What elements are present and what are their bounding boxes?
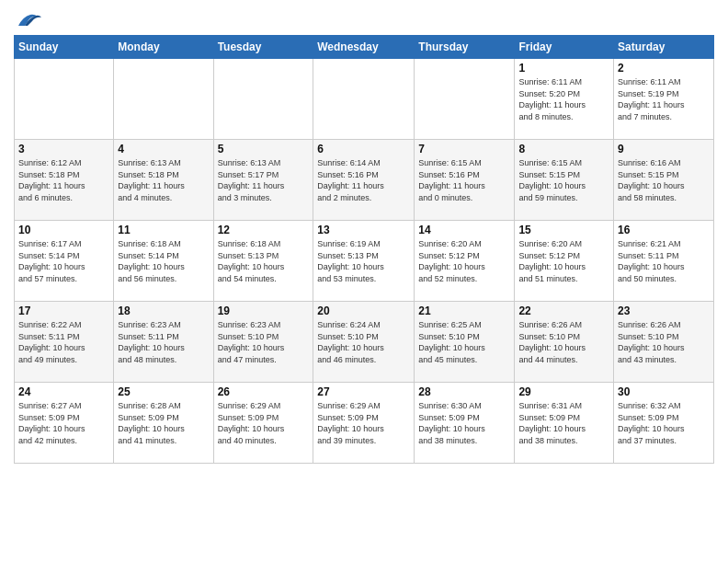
calendar-cell: 25Sunrise: 6:28 AM Sunset: 5:09 PM Dayli…	[114, 383, 213, 464]
calendar-week-row: 10Sunrise: 6:17 AM Sunset: 5:14 PM Dayli…	[15, 221, 714, 302]
calendar-cell: 5Sunrise: 6:13 AM Sunset: 5:17 PM Daylig…	[213, 140, 313, 221]
day-info: Sunrise: 6:12 AM Sunset: 5:18 PM Dayligh…	[18, 157, 109, 203]
day-info: Sunrise: 6:21 AM Sunset: 5:11 PM Dayligh…	[618, 238, 710, 284]
weekday-header: Saturday	[614, 36, 714, 59]
calendar-cell	[313, 59, 415, 140]
day-number: 24	[18, 385, 109, 398]
day-number: 15	[518, 224, 609, 236]
calendar-cell: 30Sunrise: 6:32 AM Sunset: 5:09 PM Dayli…	[614, 383, 714, 464]
calendar-cell: 18Sunrise: 6:23 AM Sunset: 5:11 PM Dayli…	[114, 302, 213, 383]
calendar-week-row: 24Sunrise: 6:27 AM Sunset: 5:09 PM Dayli…	[15, 383, 714, 464]
day-info: Sunrise: 6:20 AM Sunset: 5:12 PM Dayligh…	[518, 238, 609, 284]
day-number: 30	[618, 385, 710, 398]
day-info: Sunrise: 6:26 AM Sunset: 5:10 PM Dayligh…	[618, 319, 710, 365]
day-info: Sunrise: 6:17 AM Sunset: 5:14 PM Dayligh…	[18, 238, 109, 284]
calendar-cell: 16Sunrise: 6:21 AM Sunset: 5:11 PM Dayli…	[614, 221, 714, 302]
day-number: 1	[518, 62, 609, 75]
calendar-cell: 21Sunrise: 6:25 AM Sunset: 5:10 PM Dayli…	[415, 302, 515, 383]
calendar-cell: 7Sunrise: 6:15 AM Sunset: 5:16 PM Daylig…	[415, 140, 515, 221]
day-number: 26	[218, 385, 310, 398]
calendar-cell	[213, 59, 313, 140]
day-info: Sunrise: 6:18 AM Sunset: 5:14 PM Dayligh…	[118, 238, 209, 284]
day-number: 5	[218, 143, 310, 155]
day-number: 8	[518, 143, 609, 155]
day-number: 18	[118, 304, 209, 317]
day-info: Sunrise: 6:23 AM Sunset: 5:10 PM Dayligh…	[218, 319, 310, 365]
day-info: Sunrise: 6:16 AM Sunset: 5:15 PM Dayligh…	[618, 157, 710, 203]
day-number: 4	[118, 143, 209, 155]
calendar-cell: 8Sunrise: 6:15 AM Sunset: 5:15 PM Daylig…	[515, 140, 614, 221]
day-number: 20	[317, 304, 410, 317]
calendar-table: SundayMondayTuesdayWednesdayThursdayFrid…	[14, 35, 714, 464]
calendar-cell: 6Sunrise: 6:14 AM Sunset: 5:16 PM Daylig…	[313, 140, 415, 221]
weekday-header: Monday	[114, 36, 213, 59]
day-info: Sunrise: 6:31 AM Sunset: 5:09 PM Dayligh…	[518, 400, 609, 446]
day-number: 3	[18, 143, 109, 155]
calendar-cell: 23Sunrise: 6:26 AM Sunset: 5:10 PM Dayli…	[614, 302, 714, 383]
calendar-cell: 1Sunrise: 6:11 AM Sunset: 5:20 PM Daylig…	[515, 59, 614, 140]
day-number: 11	[118, 224, 209, 236]
day-info: Sunrise: 6:19 AM Sunset: 5:13 PM Dayligh…	[317, 238, 410, 284]
weekday-header: Sunday	[15, 36, 114, 59]
calendar-cell: 13Sunrise: 6:19 AM Sunset: 5:13 PM Dayli…	[313, 221, 415, 302]
calendar-week-row: 17Sunrise: 6:22 AM Sunset: 5:11 PM Dayli…	[15, 302, 714, 383]
calendar-cell: 9Sunrise: 6:16 AM Sunset: 5:15 PM Daylig…	[614, 140, 714, 221]
day-info: Sunrise: 6:15 AM Sunset: 5:16 PM Dayligh…	[418, 157, 510, 203]
day-number: 22	[518, 304, 609, 317]
day-number: 23	[618, 304, 710, 317]
calendar-week-row: 1Sunrise: 6:11 AM Sunset: 5:20 PM Daylig…	[15, 59, 714, 140]
calendar-cell: 4Sunrise: 6:13 AM Sunset: 5:18 PM Daylig…	[114, 140, 213, 221]
day-info: Sunrise: 6:14 AM Sunset: 5:16 PM Dayligh…	[317, 157, 410, 203]
calendar-cell: 22Sunrise: 6:26 AM Sunset: 5:10 PM Dayli…	[515, 302, 614, 383]
day-info: Sunrise: 6:18 AM Sunset: 5:13 PM Dayligh…	[218, 238, 310, 284]
weekday-header: Tuesday	[213, 36, 313, 59]
page-header	[14, 9, 714, 29]
day-number: 16	[618, 224, 710, 236]
day-number: 7	[418, 143, 510, 155]
day-number: 17	[18, 304, 109, 317]
calendar-cell: 14Sunrise: 6:20 AM Sunset: 5:12 PM Dayli…	[415, 221, 515, 302]
weekday-header: Wednesday	[313, 36, 415, 59]
day-info: Sunrise: 6:32 AM Sunset: 5:09 PM Dayligh…	[618, 400, 710, 446]
weekday-header: Friday	[515, 36, 614, 59]
weekday-header: Thursday	[415, 36, 515, 59]
calendar-cell: 19Sunrise: 6:23 AM Sunset: 5:10 PM Dayli…	[213, 302, 313, 383]
day-info: Sunrise: 6:29 AM Sunset: 5:09 PM Dayligh…	[218, 400, 310, 446]
day-info: Sunrise: 6:25 AM Sunset: 5:10 PM Dayligh…	[418, 319, 510, 365]
day-info: Sunrise: 6:30 AM Sunset: 5:09 PM Dayligh…	[418, 400, 510, 446]
calendar-cell: 17Sunrise: 6:22 AM Sunset: 5:11 PM Dayli…	[15, 302, 114, 383]
page-container: SundayMondayTuesdayWednesdayThursdayFrid…	[0, 0, 728, 468]
calendar-cell: 10Sunrise: 6:17 AM Sunset: 5:14 PM Dayli…	[15, 221, 114, 302]
day-info: Sunrise: 6:13 AM Sunset: 5:17 PM Dayligh…	[218, 157, 310, 203]
day-number: 13	[317, 224, 410, 236]
day-number: 28	[418, 385, 510, 398]
day-info: Sunrise: 6:28 AM Sunset: 5:09 PM Dayligh…	[118, 400, 209, 446]
day-number: 10	[18, 224, 109, 236]
day-number: 2	[618, 62, 710, 75]
day-info: Sunrise: 6:24 AM Sunset: 5:10 PM Dayligh…	[317, 319, 410, 365]
day-number: 6	[317, 143, 410, 155]
day-info: Sunrise: 6:11 AM Sunset: 5:20 PM Dayligh…	[518, 76, 609, 122]
day-info: Sunrise: 6:20 AM Sunset: 5:12 PM Dayligh…	[418, 238, 510, 284]
day-info: Sunrise: 6:23 AM Sunset: 5:11 PM Dayligh…	[118, 319, 209, 365]
day-number: 9	[618, 143, 710, 155]
day-info: Sunrise: 6:15 AM Sunset: 5:15 PM Dayligh…	[518, 157, 609, 203]
calendar-cell	[114, 59, 213, 140]
day-number: 25	[118, 385, 209, 398]
day-number: 29	[518, 385, 609, 398]
calendar-cell	[15, 59, 114, 140]
day-info: Sunrise: 6:26 AM Sunset: 5:10 PM Dayligh…	[518, 319, 609, 365]
day-info: Sunrise: 6:22 AM Sunset: 5:11 PM Dayligh…	[18, 319, 109, 365]
calendar-cell: 24Sunrise: 6:27 AM Sunset: 5:09 PM Dayli…	[15, 383, 114, 464]
calendar-cell: 15Sunrise: 6:20 AM Sunset: 5:12 PM Dayli…	[515, 221, 614, 302]
calendar-week-row: 3Sunrise: 6:12 AM Sunset: 5:18 PM Daylig…	[15, 140, 714, 221]
calendar-cell: 20Sunrise: 6:24 AM Sunset: 5:10 PM Dayli…	[313, 302, 415, 383]
day-info: Sunrise: 6:13 AM Sunset: 5:18 PM Dayligh…	[118, 157, 209, 203]
calendar-cell: 27Sunrise: 6:29 AM Sunset: 5:09 PM Dayli…	[313, 383, 415, 464]
calendar-cell: 29Sunrise: 6:31 AM Sunset: 5:09 PM Dayli…	[515, 383, 614, 464]
day-number: 27	[317, 385, 410, 398]
calendar-cell: 26Sunrise: 6:29 AM Sunset: 5:09 PM Dayli…	[213, 383, 313, 464]
day-info: Sunrise: 6:29 AM Sunset: 5:09 PM Dayligh…	[317, 400, 410, 446]
calendar-cell: 12Sunrise: 6:18 AM Sunset: 5:13 PM Dayli…	[213, 221, 313, 302]
calendar-header-row: SundayMondayTuesdayWednesdayThursdayFrid…	[15, 36, 714, 59]
